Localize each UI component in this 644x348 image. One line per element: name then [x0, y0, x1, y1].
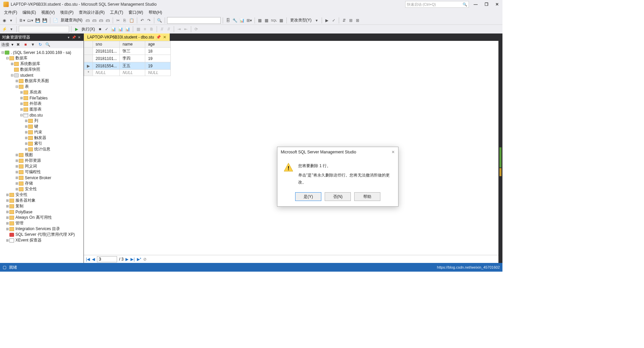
dialog-yes-button[interactable]: 是(Y)	[295, 192, 321, 201]
tree-graph-tables[interactable]: 图形表	[30, 107, 42, 112]
tree-root[interactable]: . (SQL Server 14.0.1000.169 - sa)	[11, 50, 71, 55]
add-group-icon[interactable]: ⊞	[348, 17, 354, 24]
menu-help[interactable]: 帮助(H)	[146, 9, 165, 16]
use-db-dropdown-icon[interactable]: ▾	[8, 26, 14, 32]
menu-query-designer[interactable]: 查询设计器(R)	[76, 9, 107, 16]
tree-synonyms[interactable]: 同义词	[25, 163, 37, 169]
save-all-icon[interactable]: 💾	[42, 17, 48, 24]
open-icon[interactable]: 🗂▾	[26, 17, 34, 24]
dialog-no-button[interactable]: 否(N)	[325, 192, 351, 201]
display-plan-icon[interactable]: 📊	[110, 26, 117, 32]
cut-icon[interactable]: ✂	[115, 17, 121, 24]
panel-close-icon[interactable]: ✕	[77, 35, 82, 40]
tree-integration[interactable]: Integration Services 目录	[15, 226, 60, 232]
tree-db-snapshot[interactable]: 数据库快照	[20, 67, 40, 72]
disconnect-icon[interactable]: ✖	[15, 42, 21, 47]
tree-xevent[interactable]: XEvent 探查器	[15, 237, 42, 243]
add-table-icon[interactable]: ⊞	[355, 17, 361, 24]
run-sql-icon[interactable]: ▶	[324, 17, 330, 24]
change-type-dropdown-icon[interactable]: ▾	[314, 17, 320, 24]
tree-db-diagram[interactable]: 数据库关系图	[25, 78, 49, 84]
tree-sys-tables[interactable]: 系统表	[30, 89, 42, 95]
search-tree-icon[interactable]: 🔍	[45, 42, 50, 47]
menu-tools[interactable]: 工具(T)	[107, 9, 126, 16]
panel-pin-icon[interactable]: 📌	[71, 35, 76, 40]
filter-icon[interactable]: ▼	[30, 42, 36, 47]
scroll-map[interactable]	[498, 33, 502, 263]
tree-filetables[interactable]: FileTables	[30, 96, 48, 100]
execute-button[interactable]: 执行(X)	[80, 26, 96, 32]
change-type-button[interactable]: 更改类型(Y)	[289, 17, 313, 23]
results-text-icon[interactable]: ≡	[142, 26, 148, 32]
results-grid-icon[interactable]: ▦	[135, 26, 141, 32]
xmla-query-icon[interactable]: 🗃	[105, 17, 111, 24]
new-item-icon[interactable]: 🗎▾	[18, 17, 26, 24]
include-stats-icon[interactable]: 📊	[124, 26, 131, 32]
tree-polybase[interactable]: PolyBase	[15, 210, 33, 214]
panel-dropdown-icon[interactable]: ▾	[66, 35, 71, 40]
use-db-icon[interactable]: ⚡	[1, 26, 8, 32]
parse-icon[interactable]: ✓	[104, 26, 110, 32]
results-pane-icon[interactable]: ▦	[278, 17, 284, 24]
refresh-icon[interactable]: ↻	[38, 42, 43, 47]
indent-icon[interactable]: ⇥	[176, 26, 182, 32]
menu-window[interactable]: 窗口(W)	[126, 9, 146, 16]
solution-combo[interactable]	[167, 17, 221, 24]
diagram-pane-icon[interactable]: ▦	[257, 17, 263, 24]
tree-server-objects[interactable]: 服务器对象	[15, 198, 36, 203]
tree-keys[interactable]: 键	[34, 124, 38, 129]
database-combo[interactable]	[19, 26, 69, 32]
uncomment-icon[interactable]: //	[166, 26, 172, 32]
tree-service-broker[interactable]: Service Broker	[25, 176, 51, 180]
tree-programmability[interactable]: 可编程性	[25, 169, 41, 175]
connect-label[interactable]: 连接	[1, 42, 9, 48]
new-query-icon[interactable]: 📄	[52, 17, 59, 24]
wrench-icon[interactable]: 🔧	[232, 17, 238, 24]
outdent-icon[interactable]: ⇤	[183, 26, 189, 32]
menu-file[interactable]: 文件(F)	[1, 9, 20, 16]
dialog-close-icon[interactable]: ✕	[391, 150, 395, 154]
sort-asc-icon[interactable]: ⇵	[341, 17, 347, 24]
find-icon[interactable]: 🔍	[156, 17, 163, 24]
dialog-help-button[interactable]: 帮助	[354, 192, 380, 201]
specify-values-icon[interactable]: ⟳	[193, 26, 199, 32]
tree-views[interactable]: 视图	[25, 152, 33, 158]
mdx-query-icon[interactable]: 🗃	[91, 17, 97, 24]
tree-columns[interactable]: 列	[34, 118, 38, 124]
tree-sql-agent[interactable]: SQL Server 代理(已禁用代理 XP)	[15, 232, 75, 237]
menu-project[interactable]: 项目(P)	[57, 9, 76, 16]
tree-management[interactable]: 管理	[15, 220, 23, 226]
stop-icon[interactable]: ■	[23, 42, 28, 47]
menu-view[interactable]: 视图(V)	[39, 9, 57, 16]
criteria-pane-icon[interactable]: ▦	[264, 17, 270, 24]
nav-back-icon[interactable]: ◉	[1, 17, 7, 24]
tree-statistics[interactable]: 统计信息	[34, 146, 50, 152]
new-query-button[interactable]: 新建查询(N)	[59, 17, 84, 23]
execute-icon[interactable]: ▶	[73, 26, 79, 32]
tree-triggers[interactable]: 触发器	[34, 135, 46, 141]
tree-constraints[interactable]: 约束	[34, 129, 42, 135]
activity-monitor-icon[interactable]: 📊	[239, 17, 245, 24]
tree-security-db[interactable]: 安全性	[25, 186, 37, 192]
tree-external-res[interactable]: 外部资源	[25, 158, 41, 163]
tree-dbo-stu[interactable]: dbo.stu	[30, 113, 43, 118]
tree-indexes[interactable]: 索引	[34, 141, 42, 146]
tree-external-tables[interactable]: 外部表	[30, 101, 42, 107]
undo-icon[interactable]: ↶	[139, 17, 145, 24]
tree-storage[interactable]: 存储	[25, 181, 33, 186]
registered-servers-icon[interactable]: 🗄	[225, 17, 231, 24]
close-button[interactable]: ✕	[493, 1, 501, 8]
quick-launch-input[interactable]: 快速启动 (Ctrl+Q) 🔍	[405, 1, 469, 8]
debug-icon[interactable]: ■	[97, 26, 103, 32]
tree-always-on[interactable]: Always On 高可用性	[15, 215, 52, 220]
tree-student[interactable]: student	[20, 73, 33, 78]
tree-security[interactable]: 安全性	[15, 192, 28, 198]
db-engine-query-icon[interactable]: 🗃	[85, 17, 91, 24]
include-plan-icon[interactable]: 📊	[117, 26, 124, 32]
results-file-icon[interactable]: 🗎	[149, 26, 155, 32]
comment-icon[interactable]: //	[159, 26, 165, 32]
window-layout-icon[interactable]: ⊞▾	[246, 17, 253, 24]
object-tree[interactable]: ⊟. (SQL Server 14.0.1000.169 - sa) ⊟数据库 …	[0, 48, 84, 263]
connect-dropdown-icon[interactable]: ▾	[11, 42, 13, 47]
tree-databases[interactable]: 数据库	[15, 55, 28, 61]
